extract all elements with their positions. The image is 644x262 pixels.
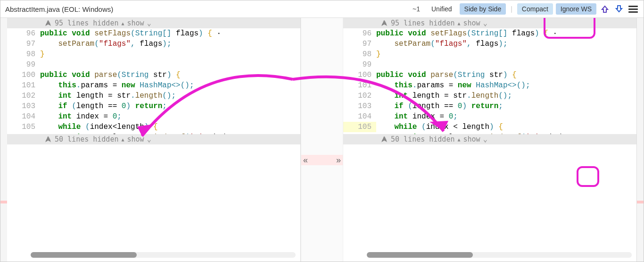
line-number: 98 <box>343 49 376 59</box>
right-strip[interactable] <box>637 18 644 262</box>
next-diff-button[interactable] <box>613 3 625 15</box>
scrollbar-thumb[interactable] <box>31 252 137 258</box>
collapse-bar-top[interactable]: ⮝ 95 lines hidden ▲ show ⌄ <box>7 18 300 28</box>
line-number: 98 <box>7 49 40 59</box>
code-line[interactable]: 100public void parse(String str) { <box>343 70 636 80</box>
hidden-count: 50 lines hidden <box>55 135 118 144</box>
apply-right-icon[interactable]: » <box>336 155 341 165</box>
line-number: 101 <box>343 80 376 91</box>
hidden-count: 50 lines hidden <box>391 135 454 144</box>
file-title: AbstractItem.java (EOL: Windows) <box>5 5 406 13</box>
strip-marker[interactable] <box>637 201 644 203</box>
line-number: 97 <box>7 39 40 49</box>
code-line[interactable]: 102 int length = str.length(); <box>343 91 636 101</box>
arrow-down-icon <box>615 5 623 13</box>
expand-up-icon: ⮝ <box>381 135 388 144</box>
code-line[interactable]: 99 <box>7 59 300 70</box>
line-number: 106 <box>7 132 40 134</box>
code-line[interactable]: 103 if (length == 0) return; <box>7 101 300 111</box>
h-scrollbar[interactable] <box>367 252 632 258</box>
line-number: 103 <box>7 101 40 111</box>
line-number: 96 <box>7 28 40 39</box>
line-number: 106 <box>343 132 376 134</box>
unified-button[interactable]: Unified <box>427 3 457 15</box>
right-pane: ⮝ 95 lines hidden ▲ show ⌄ 96public void… <box>343 18 637 262</box>
code-line[interactable]: 97 setParam("flags", flags); <box>7 39 300 49</box>
code-line[interactable]: 101 this.params = new HashMap<>(); <box>7 80 300 91</box>
right-code[interactable]: 96public void setFlags(String[] flags) {… <box>343 28 636 134</box>
code-line[interactable]: 100public void parse(String str) { <box>7 70 300 80</box>
code-line[interactable]: 106 int equals = str.indexOf('=', index <box>343 132 636 134</box>
triangle-icon: ▲ <box>457 21 460 26</box>
line-number: 105 <box>343 122 376 132</box>
apply-left-icon[interactable]: « <box>303 155 308 165</box>
line-number: 99 <box>7 59 40 70</box>
chevron-down-icon: ⌄ <box>147 19 151 27</box>
line-number: 103 <box>343 101 376 111</box>
diff-area: ⮝ 95 lines hidden ▲ show ⌄ 96public void… <box>0 18 644 262</box>
triangle-icon: ▲ <box>457 137 460 142</box>
separator: | <box>509 5 514 13</box>
left-strip[interactable] <box>0 18 7 262</box>
hidden-count: 95 lines hidden <box>55 19 118 27</box>
left-pane: ⮝ 95 lines hidden ▲ show ⌄ 96public void… <box>7 18 301 262</box>
expand-up-icon: ⮝ <box>381 19 388 27</box>
strip-marker[interactable] <box>0 201 7 203</box>
line-number: 99 <box>343 59 376 70</box>
show-label[interactable]: show <box>463 19 480 27</box>
expand-up-icon: ⮝ <box>45 135 52 144</box>
code-line[interactable]: 104 int index = 0; <box>343 111 636 122</box>
scrollbar-thumb[interactable] <box>367 252 473 258</box>
show-label[interactable]: show <box>127 135 144 144</box>
expand-up-icon: ⮝ <box>45 19 52 27</box>
chevron-down-icon: ⌄ <box>483 19 487 27</box>
ignore-ws-button[interactable]: Ignore WS <box>556 3 596 15</box>
collapse-bar-top[interactable]: ⮝ 95 lines hidden ▲ show ⌄ <box>343 18 636 28</box>
prev-diff-button[interactable] <box>599 3 611 15</box>
chevron-down-icon: ⌄ <box>147 135 151 144</box>
code-line[interactable]: 96public void setFlags(String[] flags) {… <box>7 28 300 39</box>
triangle-icon: ▲ <box>121 137 124 142</box>
hidden-count: 95 lines hidden <box>391 19 454 27</box>
connector-band: » « <box>301 155 343 165</box>
code-line[interactable]: 97 setParam("flags", flags); <box>343 39 636 49</box>
line-number: 100 <box>7 70 40 80</box>
code-line[interactable]: 103 if (length == 0) return; <box>343 101 636 111</box>
code-line[interactable]: 106 int equals = str.indexOf('=', index <box>7 132 300 134</box>
chevron-down-icon: ⌄ <box>483 135 487 144</box>
code-line[interactable]: 98} <box>343 49 636 59</box>
code-line[interactable]: 104 int index = 0; <box>7 111 300 122</box>
h-scrollbar[interactable] <box>31 252 296 258</box>
diff-connector: » « <box>301 18 343 262</box>
show-label[interactable]: show <box>127 19 144 27</box>
line-number: 104 <box>7 111 40 122</box>
line-number: 102 <box>7 91 40 101</box>
collapse-bar-bottom[interactable]: ⮝ 50 lines hidden ▲ show ⌄ <box>7 134 300 144</box>
diff-counter: ~1 <box>409 5 424 13</box>
line-number: 104 <box>343 111 376 122</box>
code-line[interactable]: 102 int length = str.length(); <box>7 91 300 101</box>
code-line[interactable]: 105 while (index<length) { <box>7 122 300 132</box>
diff-header: AbstractItem.java (EOL: Windows) ~1 Unif… <box>0 0 644 18</box>
left-code[interactable]: 96public void setFlags(String[] flags) {… <box>7 28 300 134</box>
line-number: 97 <box>343 39 376 49</box>
menu-button[interactable] <box>627 3 639 15</box>
line-number: 101 <box>7 80 40 91</box>
code-line[interactable]: 99 <box>343 59 636 70</box>
triangle-icon: ▲ <box>121 21 124 26</box>
code-line[interactable]: 98} <box>7 49 300 59</box>
line-number: 105 <box>7 122 40 132</box>
line-number: 96 <box>343 28 376 39</box>
collapse-bar-bottom[interactable]: ⮝ 50 lines hidden ▲ show ⌄ <box>343 134 636 144</box>
line-number: 102 <box>343 91 376 101</box>
code-line[interactable]: 96public void setFlags(String[] flags) {… <box>343 28 636 39</box>
compact-button[interactable]: Compact <box>517 3 553 15</box>
arrow-up-icon <box>601 5 609 13</box>
show-label[interactable]: show <box>463 135 480 144</box>
code-line[interactable]: 105 while (index < length) { <box>343 122 636 132</box>
code-line[interactable]: 101 this.params = new HashMap<>(); <box>343 80 636 91</box>
line-number: 100 <box>343 70 376 80</box>
side-by-side-button[interactable]: Side by Side <box>460 3 506 15</box>
